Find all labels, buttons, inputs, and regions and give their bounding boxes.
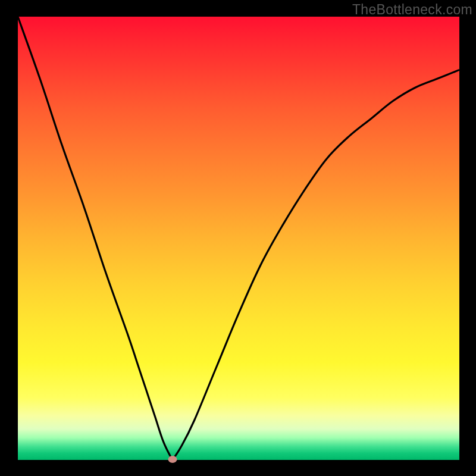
chart-plot-area xyxy=(18,17,459,460)
chart-curve-path xyxy=(18,17,459,460)
chart-curve-svg xyxy=(18,17,459,460)
chart-marker-dot xyxy=(168,456,177,463)
watermark-text: TheBottleneck.com xyxy=(352,2,472,18)
